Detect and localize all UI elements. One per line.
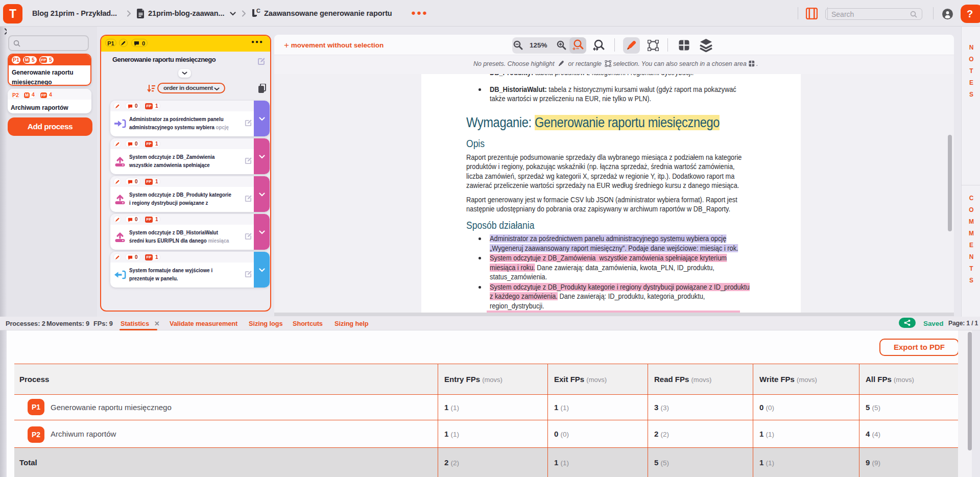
svg-text:+: + <box>572 45 576 52</box>
svg-text:−: − <box>576 45 579 52</box>
svg-text:C: C <box>256 8 260 14</box>
